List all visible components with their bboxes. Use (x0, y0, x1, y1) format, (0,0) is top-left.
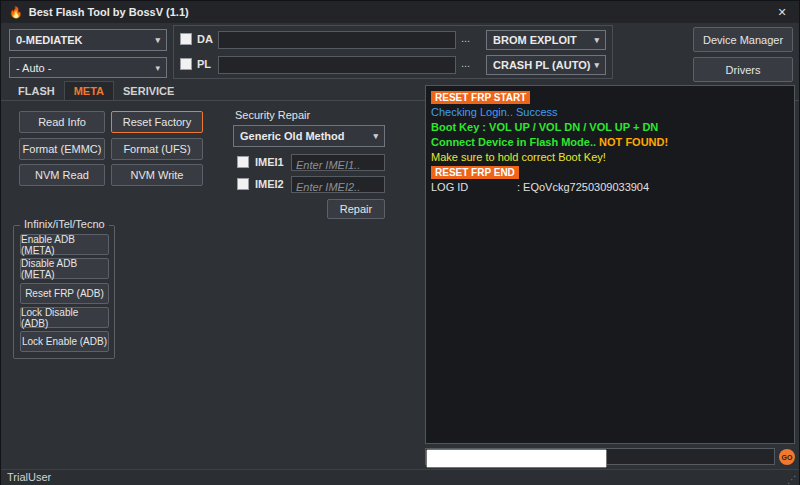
log-line: RESET FRP START (431, 90, 789, 105)
reset-factory-button[interactable]: Reset Factory (111, 111, 203, 133)
titlebar: 🔥 Best Flash Tool by BossV (1.1) ✕ (1, 1, 799, 23)
status-bar: TrialUser ⋰ (1, 469, 799, 485)
repair-method-select[interactable]: Generic Old Method ▾ (233, 125, 385, 147)
app-window: 🔥 Best Flash Tool by BossV (1.1) ✕ 0-MED… (0, 0, 800, 485)
log-line: Checking Login.. Success (431, 105, 789, 120)
imei2-field[interactable] (291, 176, 385, 193)
imei1-input[interactable] (292, 158, 384, 173)
auto-select-value: - Auto - (16, 62, 51, 74)
brom-exploit-select[interactable]: BROM EXPLOIT ▾ (486, 30, 606, 50)
chevron-down-icon: ▾ (155, 63, 160, 73)
da-path-field[interactable] (218, 31, 456, 49)
imei2-checkbox[interactable] (237, 178, 249, 190)
send-command-button[interactable]: GO (779, 449, 795, 465)
da-browse-button[interactable]: ... (461, 32, 470, 44)
crash-pl-select[interactable]: CRASH PL (AUTO) ▾ (486, 55, 606, 75)
log-line: LOG ID: EQoVckg7250309033904 (431, 180, 789, 195)
format-ufs-button[interactable]: Format (UFS) (111, 138, 203, 160)
chevron-down-icon: ▾ (594, 35, 599, 45)
pl-path-field[interactable] (218, 56, 456, 74)
pl-path-input[interactable] (219, 59, 455, 75)
log-id-value: : EQoVckg7250309033904 (517, 181, 649, 193)
close-icon: ✕ (777, 6, 786, 19)
repair-button[interactable]: Repair (327, 199, 385, 219)
adb-groupbox: Infinix/iTel/Tecno Enable ADB (META) Dis… (13, 225, 115, 359)
imei1-label: IMEI1 (255, 156, 284, 168)
status-user-label: TrialUser (7, 471, 51, 483)
disable-adb-meta-button[interactable]: Disable ADB (META) (20, 258, 109, 279)
enable-adb-meta-button[interactable]: Enable ADB (META) (20, 234, 109, 255)
tab-flash[interactable]: FLASH (9, 82, 64, 100)
chevron-down-icon: ▾ (594, 60, 599, 70)
tab-meta[interactable]: META (64, 81, 114, 100)
log-badge-frp-start: RESET FRP START (431, 91, 530, 104)
imei2-input[interactable] (292, 180, 384, 195)
pl-checkbox[interactable] (180, 58, 192, 70)
crash-pl-value: CRASH PL (AUTO) (493, 59, 590, 71)
pl-label: PL (197, 58, 211, 70)
read-info-button[interactable]: Read Info (19, 111, 105, 133)
reset-frp-adb-button[interactable]: Reset FRP (ADB) (20, 283, 109, 304)
imei1-field[interactable] (291, 154, 385, 171)
da-checkbox[interactable] (180, 33, 192, 45)
auto-select[interactable]: - Auto - ▾ (9, 57, 167, 78)
log-connect-text: Connect Device in Flash Mode.. (431, 136, 596, 148)
command-input[interactable] (426, 449, 607, 468)
drivers-button[interactable]: Drivers (693, 57, 793, 82)
log-console[interactable]: RESET FRP START Checking Login.. Success… (425, 85, 795, 444)
security-repair-title: Security Repair (235, 109, 310, 121)
command-field[interactable] (425, 448, 775, 465)
da-label: DA (197, 33, 213, 45)
lock-disable-adb-button[interactable]: Lock Disable (ADB) (20, 307, 109, 328)
log-line: RESET FRP END (431, 165, 789, 180)
log-line: Make sure to hold correct Boot Key! (431, 150, 789, 165)
lock-enable-adb-button[interactable]: Lock Enable (ADB) (20, 331, 109, 352)
imei1-checkbox[interactable] (237, 156, 249, 168)
tab-serivice[interactable]: SERIVICE (114, 82, 183, 100)
format-emmc-button[interactable]: Format (EMMC) (19, 138, 105, 160)
nvm-write-button[interactable]: NVM Write (111, 164, 203, 186)
resize-grip[interactable]: ⋰ (787, 474, 797, 485)
brom-exploit-value: BROM EXPLOIT (493, 34, 577, 46)
window-title: Best Flash Tool by BossV (1.1) (29, 6, 189, 18)
da-path-input[interactable] (219, 34, 455, 50)
log-id-label: LOG ID (431, 180, 517, 195)
imei2-label: IMEI2 (255, 178, 284, 190)
platform-select[interactable]: 0-MEDIATEK ▾ (9, 29, 167, 51)
log-line: Connect Device in Flash Mode.. NOT FOUND… (431, 135, 789, 150)
adb-group-title: Infinix/iTel/Tecno (20, 218, 109, 230)
chevron-down-icon: ▾ (373, 131, 378, 141)
log-line: Boot Key : VOL UP / VOL DN / VOL UP + DN (431, 120, 789, 135)
nvm-read-button[interactable]: NVM Read (19, 164, 105, 186)
security-repair-group: Security Repair Generic Old Method ▾ IME… (233, 109, 391, 213)
log-badge-frp-end: RESET FRP END (431, 166, 519, 179)
pl-browse-button[interactable]: ... (461, 57, 470, 69)
chevron-down-icon: ▾ (155, 35, 160, 45)
repair-method-value: Generic Old Method (240, 130, 345, 142)
flame-icon: 🔥 (9, 6, 23, 19)
platform-select-value: 0-MEDIATEK (16, 34, 82, 46)
da-pl-groupbox: DA ... BROM EXPLOIT ▾ PL ... CRASH PL (A… (173, 25, 613, 79)
log-notfound-text: NOT FOUND! (596, 136, 668, 148)
close-button[interactable]: ✕ (765, 1, 799, 23)
device-manager-button[interactable]: Device Manager (693, 27, 793, 52)
go-icon: GO (782, 454, 793, 461)
